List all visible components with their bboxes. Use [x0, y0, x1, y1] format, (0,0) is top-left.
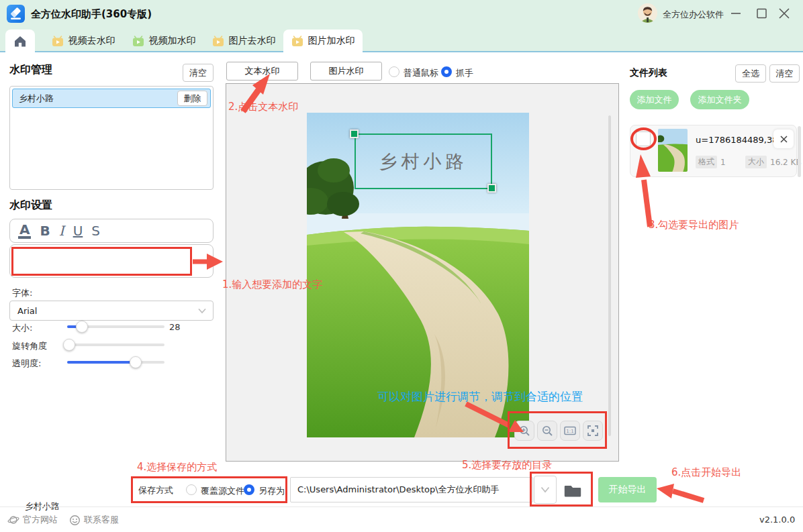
file-remove-button[interactable] — [773, 129, 794, 148]
annotation-step6: 6.点击开始导出 — [671, 466, 741, 479]
italic-button[interactable]: I — [59, 224, 64, 237]
official-website-link[interactable]: 官方网站 — [7, 514, 58, 526]
close-icon — [780, 136, 788, 143]
avatar-image — [638, 3, 657, 23]
file-thumbnail — [658, 129, 688, 172]
hand-tool-radio[interactable] — [441, 66, 452, 77]
rotation-slider-thumb[interactable] — [63, 339, 75, 351]
watermark-clear-button[interactable]: 清空 — [183, 64, 214, 82]
app-logo-icon — [7, 5, 25, 23]
contact-support-link[interactable]: 联系客服 — [69, 514, 119, 526]
tab-video-remove-watermark[interactable]: 视频去水印 — [43, 30, 124, 52]
account-name: 全方位办公软件 — [663, 9, 724, 21]
annotation-step1: 1.输入想要添加的文字 — [222, 278, 322, 291]
rotation-label: 旋转角度 — [12, 340, 47, 352]
annotation-step3: 3.勾选要导出的图片 — [649, 219, 739, 231]
font-label: 字体: — [12, 287, 32, 299]
annotation-box-text-input — [11, 247, 192, 276]
annotation-box-save-mode — [131, 476, 287, 503]
select-all-button[interactable]: 全选 — [735, 64, 766, 83]
resize-handle-top-left[interactable] — [350, 129, 359, 138]
watermark-delete-button[interactable]: 删除 — [177, 91, 207, 106]
tab-label: 视频加水印 — [149, 35, 196, 47]
watermark-list-item[interactable]: 乡村小路 删除 — [12, 89, 211, 108]
video-player-icon — [52, 36, 64, 47]
minimize-button[interactable] — [728, 7, 743, 20]
app-title: 全方位水印助手(360专版) — [31, 8, 152, 21]
normal-mouse-label: 普通鼠标 — [404, 67, 438, 79]
watermark-item-name: 乡村小路 — [19, 93, 177, 105]
size-label: 大小: — [12, 322, 32, 334]
tab-video-add-watermark[interactable]: 视频加水印 — [124, 30, 204, 52]
rotation-slider[interactable] — [67, 343, 164, 346]
video-player-icon — [132, 36, 144, 47]
annotation-step4: 4.选择保存的方式 — [137, 461, 217, 474]
contact-support-label: 联系客服 — [84, 514, 119, 526]
text-watermark-button[interactable]: 文本水印 — [226, 62, 298, 81]
annotation-step2: 2.点击文本水印 — [228, 101, 298, 113]
chevron-down-icon — [198, 308, 206, 314]
font-color-button[interactable]: A — [18, 223, 31, 239]
file-list-title: 文件列表 — [630, 67, 667, 79]
annotation-step5: 5.选择要存放的目录 — [462, 459, 552, 472]
font-select-value: Arial — [17, 306, 198, 316]
add-folder-button[interactable]: 添加文件夹 — [690, 90, 749, 109]
annotation-circle-checkbox — [630, 127, 657, 150]
underline-button[interactable]: U — [73, 224, 83, 237]
file-size-row: 大小 16.2 KB — [745, 156, 802, 168]
annotation-hint: 可以对图片进行调节，调节到合适的位置 — [377, 389, 583, 405]
file-list-scrollbar[interactable] — [798, 126, 801, 177]
size-slider-thumb[interactable] — [76, 321, 88, 333]
home-icon — [13, 35, 27, 48]
footer-divider — [0, 507, 803, 507]
planet-icon — [7, 515, 19, 525]
official-website-label: 官方网站 — [23, 514, 58, 526]
opacity-label: 透明度: — [12, 358, 41, 370]
tab-label: 视频去水印 — [68, 35, 115, 47]
add-file-button[interactable]: 添加文件 — [630, 90, 679, 109]
file-format-row: 格式 1 — [696, 156, 726, 168]
format-value: 1 — [720, 158, 726, 167]
image-player-icon — [212, 36, 224, 47]
annotation-box-zoombar — [508, 411, 607, 449]
size-value: 28 — [169, 322, 181, 332]
opacity-slider[interactable] — [67, 361, 164, 364]
font-select[interactable]: Arial — [9, 301, 214, 321]
normal-mouse-radio[interactable] — [389, 66, 399, 77]
watermark-manager-title: 水印管理 — [9, 63, 52, 77]
image-player-icon — [291, 36, 303, 47]
annotation-box-directory — [530, 472, 593, 507]
eraser-icon — [7, 5, 25, 23]
avatar[interactable] — [638, 3, 657, 23]
watermark-selection-box[interactable]: 乡村小路 — [355, 134, 492, 189]
file-clear-button[interactable]: 清空 — [769, 64, 800, 83]
canvas-scrollbar[interactable] — [608, 115, 611, 436]
strikethrough-button[interactable]: S — [91, 224, 100, 237]
tab-image-add-watermark[interactable]: 图片加水印 — [283, 30, 363, 52]
tab-image-remove-watermark[interactable]: 图片去水印 — [204, 30, 283, 52]
opacity-slider-thumb[interactable] — [130, 356, 142, 368]
annotation-arrow-step6 — [654, 478, 708, 506]
start-export-button[interactable]: 开始导出 — [598, 477, 657, 502]
save-path-input[interactable] — [290, 477, 533, 502]
close-button[interactable] — [777, 7, 792, 20]
size-value: 16.2 KB — [770, 158, 802, 167]
version-text: v2.1.0.0 — [759, 515, 795, 525]
image-watermark-button[interactable]: 图片水印 — [310, 62, 382, 81]
watermark-text-overlay: 乡村小路 — [356, 135, 491, 188]
format-badge: 格式 — [696, 156, 717, 168]
maximize-button[interactable] — [754, 7, 769, 20]
hand-tool-label: 抓手 — [456, 67, 473, 79]
support-smiley-icon — [69, 515, 81, 526]
resize-handle-bottom-right[interactable] — [487, 184, 496, 193]
tab-home[interactable] — [5, 30, 35, 52]
size-badge: 大小 — [745, 156, 767, 168]
watermark-settings-title: 水印设置 — [9, 199, 52, 213]
tab-label: 图片加水印 — [308, 35, 355, 47]
app-window: 全方位水印助手(360专版) 全方位办公软件 — [0, 0, 803, 532]
watermark-list: 乡村小路 删除 — [9, 86, 214, 190]
file-name: u=1786184489,3867 — [696, 135, 783, 145]
text-style-toolbar: A B I U S — [9, 219, 214, 243]
tab-label: 图片去水印 — [229, 35, 276, 47]
bold-button[interactable]: B — [40, 224, 50, 237]
